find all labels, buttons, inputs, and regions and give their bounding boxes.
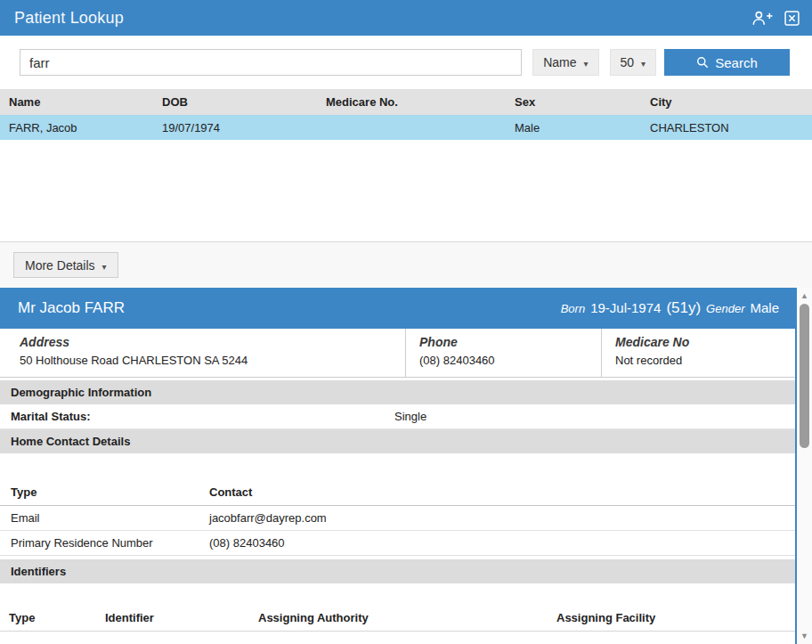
vertical-scrollbar[interactable]: ▲ ▼ — [797, 288, 812, 644]
patient-header: Mr Jacob FARR Born 19-Jul-1974 (51y) Gen… — [0, 288, 795, 329]
identifiers-col-assigning-authority: Assigning Authority — [249, 605, 548, 632]
search-field-dropdown[interactable]: Name ▾ — [532, 49, 598, 76]
scrollbar-thumb[interactable] — [800, 304, 809, 448]
marital-status-label: Marital Status: — [0, 410, 394, 423]
identifiers-col-identifier: Identifier — [96, 605, 249, 632]
marital-status-value: Single — [394, 410, 426, 423]
patient-details-panel: Mr Jacob FARR Born 19-Jul-1974 (51y) Gen… — [0, 288, 812, 644]
medicare-card: Medicare No Not recorded — [601, 329, 795, 377]
patient-meta: Born 19-Jul-1974 (51y) Gender Male — [561, 299, 779, 317]
search-button-label: Search — [715, 55, 758, 70]
more-details-label: More Details — [25, 258, 95, 273]
gender-value: Male — [750, 300, 779, 315]
phone-value: (08) 82403460 — [419, 354, 601, 367]
contact-value: (08) 82403460 — [199, 530, 795, 555]
patient-lookup-window: Patient Lookup Name — [0, 0, 812, 644]
identifiers-table: Type Identifier Assigning Authority Assi… — [0, 605, 795, 632]
medicare-value: Not recorded — [615, 354, 795, 367]
phone-card: Phone (08) 82403460 — [405, 329, 601, 377]
patient-details-content: Mr Jacob FARR Born 19-Jul-1974 (51y) Gen… — [0, 288, 797, 644]
cell-medicare — [317, 115, 506, 140]
born-date: 19-Jul-1974 — [590, 300, 661, 315]
contacts-col-type: Type — [0, 480, 199, 505]
identifiers-header-row: Type Identifier Assigning Authority Assi… — [0, 605, 795, 632]
spacer — [0, 453, 795, 480]
titlebar-icons — [751, 11, 800, 26]
results-empty-area — [0, 140, 812, 241]
table-row[interactable]: FARR, Jacob 19/07/1974 Male CHARLESTON — [0, 115, 812, 140]
col-header-medicare[interactable]: Medicare No. — [317, 89, 506, 115]
chevron-down-icon: ▾ — [583, 59, 588, 69]
add-patient-icon[interactable] — [751, 11, 774, 26]
contacts-col-contact: Contact — [199, 480, 795, 505]
search-field-label: Name — [543, 55, 576, 69]
medicare-label: Medicare No — [615, 335, 795, 349]
table-row[interactable]: Primary Residence Number (08) 82403460 — [0, 530, 795, 555]
result-limit-dropdown[interactable]: 50 ▾ — [610, 49, 657, 76]
chevron-down-icon: ▾ — [641, 59, 646, 69]
section-home-contact-details: Home Contact Details — [0, 429, 795, 453]
contact-type: Email — [0, 505, 199, 530]
marital-status-row: Marital Status: Single — [0, 404, 795, 429]
identifiers-col-type: Type — [0, 605, 96, 632]
close-icon[interactable] — [784, 11, 800, 26]
col-header-name[interactable]: Name — [0, 89, 153, 115]
scroll-down-arrow-icon[interactable]: ▼ — [797, 630, 812, 642]
cell-sex: Male — [506, 115, 641, 140]
results-header-row: Name DOB Medicare No. Sex City — [0, 89, 812, 115]
search-icon — [696, 56, 709, 69]
born-label: Born — [561, 302, 585, 315]
address-card: Address 50 Holthouse Road CHARLESTON SA … — [0, 329, 405, 377]
search-input[interactable] — [20, 49, 522, 76]
col-header-city[interactable]: City — [641, 89, 812, 115]
search-button[interactable]: Search — [664, 49, 790, 76]
patient-name: Mr Jacob FARR — [18, 299, 125, 317]
section-identifiers: Identifiers — [0, 559, 795, 583]
section-demographic-information: Demographic Information — [0, 380, 795, 404]
identifiers-col-assigning-facility: Assigning Facility — [548, 605, 795, 632]
titlebar: Patient Lookup — [0, 0, 812, 36]
contact-type: Primary Residence Number — [0, 530, 199, 555]
address-value: 50 Holthouse Road CHARLESTON SA 5244 — [20, 354, 405, 367]
cell-dob: 19/07/1974 — [153, 115, 317, 140]
table-row[interactable]: Email jacobfarr@dayrep.com — [0, 505, 795, 530]
more-details-button[interactable]: More Details ▾ — [13, 252, 118, 278]
results-table: Name DOB Medicare No. Sex City FARR, Jac… — [0, 89, 812, 140]
chevron-down-icon: ▾ — [102, 262, 106, 272]
phone-label: Phone — [419, 335, 601, 349]
scroll-up-arrow-icon[interactable]: ▲ — [797, 289, 812, 302]
contacts-header-row: Type Contact — [0, 480, 795, 505]
search-bar: Name ▾ 50 ▾ Search — [0, 36, 812, 89]
contact-value: jacobfarr@dayrep.com — [199, 505, 795, 530]
col-header-dob[interactable]: DOB — [153, 89, 317, 115]
col-header-sex[interactable]: Sex — [506, 89, 641, 115]
contacts-table: Type Contact Email jacobfarr@dayrep.com … — [0, 480, 795, 556]
address-label: Address — [20, 335, 405, 349]
result-limit-label: 50 — [621, 55, 635, 69]
patient-summary-cards: Address 50 Holthouse Road CHARLESTON SA … — [0, 329, 795, 378]
spacer — [0, 583, 795, 605]
cell-city: CHARLESTON — [641, 115, 812, 140]
details-toolbar: More Details ▾ — [0, 241, 812, 288]
window-title: Patient Lookup — [14, 9, 124, 28]
cell-name: FARR, Jacob — [0, 115, 153, 140]
born-age: (51y) — [666, 299, 701, 317]
gender-label: Gender — [706, 302, 744, 315]
